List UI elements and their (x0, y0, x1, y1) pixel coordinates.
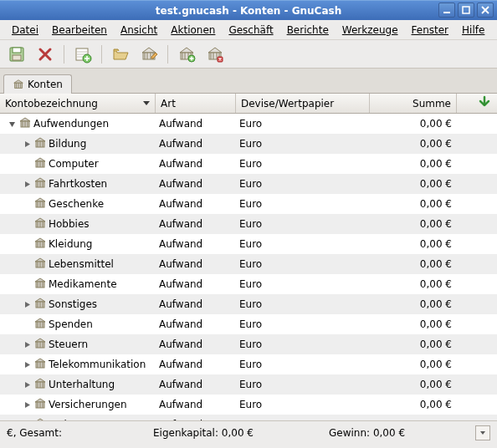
account-row[interactable]: UnterhaltungAufwandEuro0,00 € (0, 374, 497, 395)
account-row[interactable]: KleidungAufwandEuro0,00 € (0, 234, 497, 254)
bank-icon (33, 337, 47, 353)
toolbar-close-button[interactable] (33, 43, 57, 66)
menu-view[interactable]: Ansicht (114, 23, 164, 38)
account-row[interactable]: MedikamenteAufwandEuro0,00 € (0, 274, 497, 294)
menu-tools[interactable]: Werkzeuge (336, 23, 405, 38)
account-name-text: Computer (49, 158, 99, 170)
account-name-text: Spenden (49, 318, 93, 330)
cell-account-name: Computer (0, 156, 156, 172)
tree-expander[interactable] (22, 339, 32, 349)
account-row[interactable]: SteuernAufwandEuro0,00 € (0, 334, 497, 354)
account-row[interactable]: WohnenAufwandEuro0,00 € (0, 415, 497, 420)
menu-business[interactable]: Geschäft (222, 23, 279, 38)
cell-account-type: Aufwand (156, 419, 236, 420)
bank-icon (33, 237, 47, 252)
cell-account-currency: Euro (236, 158, 370, 170)
account-row[interactable]: AufwendungenAufwandEuro0,00 € (0, 114, 497, 134)
toolbar-new-bank-button[interactable] (175, 43, 198, 66)
bank-icon (33, 357, 47, 373)
status-profit: Gewinn: 0,00 € (329, 427, 475, 439)
cell-account-currency: Euro (236, 298, 370, 310)
account-name-text: Lebensmittel (49, 258, 114, 270)
account-name-text: Unterhaltung (49, 379, 115, 390)
column-header-type[interactable]: Art (156, 94, 236, 113)
column-header-name[interactable]: Kontobezeichnung (0, 94, 156, 113)
toolbar-delete-bank-button[interactable] (203, 43, 227, 66)
toolbar-open-button[interactable] (109, 43, 132, 66)
cell-account-currency: Euro (236, 198, 370, 210)
account-row[interactable]: FahrtkostenAufwandEuro0,00 € (0, 174, 497, 194)
window-minimize-button[interactable] (438, 3, 455, 18)
cell-account-name: Bildung (0, 136, 156, 152)
tree-expander[interactable] (7, 119, 17, 129)
cell-account-name: Steuern (0, 337, 156, 353)
cell-account-name: Hobbies (0, 216, 156, 232)
account-row[interactable]: HobbiesAufwandEuro0,00 € (0, 214, 497, 234)
account-row[interactable]: SonstigesAufwandEuro0,00 € (0, 294, 497, 314)
account-row[interactable]: GeschenkeAufwandEuro0,00 € (0, 194, 497, 214)
menu-windows[interactable]: Fenster (405, 23, 456, 38)
bank-icon (33, 136, 47, 152)
action-arrow-icon (477, 94, 492, 112)
bank-edit-icon (140, 45, 158, 64)
cell-account-sum: 0,00 € (370, 419, 457, 420)
toolbar-edit-account-button[interactable] (137, 43, 161, 66)
cell-account-currency: Euro (236, 178, 370, 190)
account-name-text: Telekommunikation (49, 359, 146, 370)
status-dropdown-button[interactable] (475, 425, 490, 440)
bank-icon (33, 317, 47, 333)
column-header-currency[interactable]: Devise/Wertpapier (236, 94, 370, 113)
bank-icon (33, 377, 47, 393)
column-header-action[interactable] (457, 94, 497, 113)
tree-expander[interactable] (22, 420, 32, 420)
menubar: Datei Bearbeiten Ansicht Aktionen Geschä… (0, 20, 497, 40)
menu-actions[interactable]: Aktionen (164, 23, 222, 38)
account-row[interactable]: LebensmittelAufwandEuro0,00 € (0, 254, 497, 274)
cell-account-type: Aufwand (156, 298, 236, 310)
cell-account-currency: Euro (236, 419, 370, 420)
window-close-button[interactable] (477, 3, 494, 18)
expander-spacer (22, 239, 32, 249)
account-row[interactable]: BildungAufwandEuro0,00 € (0, 134, 497, 154)
account-row[interactable]: SpendenAufwandEuro0,00 € (0, 314, 497, 334)
expander-spacer (22, 279, 32, 289)
account-name-text: Medikamente (49, 278, 117, 290)
maximize-icon (462, 6, 470, 14)
tree-expander[interactable] (22, 400, 32, 410)
tree-expander[interactable] (22, 359, 32, 369)
account-row[interactable]: VersicherungenAufwandEuro0,00 € (0, 395, 497, 415)
menu-reports[interactable]: Berichte (280, 23, 336, 38)
tree-expander[interactable] (22, 299, 32, 309)
tree-expander[interactable] (22, 179, 32, 189)
cell-account-type: Aufwand (156, 379, 236, 390)
toolbar-new-account-button[interactable] (71, 43, 95, 66)
tab-accounts[interactable]: Konten (3, 74, 72, 94)
cell-account-type: Aufwand (156, 359, 236, 370)
cell-account-sum: 0,00 € (370, 118, 457, 130)
cell-account-sum: 0,00 € (370, 278, 457, 290)
account-tree[interactable]: AufwendungenAufwandEuro0,00 €BildungAufw… (0, 114, 497, 420)
account-row[interactable]: TelekommunikationAufwandEuro0,00 € (0, 354, 497, 374)
menu-file[interactable]: Datei (5, 23, 45, 38)
cell-account-sum: 0,00 € (370, 138, 457, 150)
cell-account-sum: 0,00 € (370, 218, 457, 230)
cell-account-sum: 0,00 € (370, 198, 457, 210)
account-name-text: Kleidung (49, 238, 92, 250)
account-name-text: Versicherungen (49, 399, 127, 410)
bank-icon (33, 176, 47, 192)
cell-account-currency: Euro (236, 278, 370, 290)
menu-edit[interactable]: Bearbeiten (45, 23, 114, 38)
column-header-total[interactable]: Summe (370, 94, 457, 113)
cell-account-name: Telekommunikation (0, 357, 156, 373)
tree-expander[interactable] (22, 139, 32, 149)
window-maximize-button[interactable] (458, 3, 474, 18)
account-name-text: Aufwendungen (33, 118, 109, 130)
cell-account-currency: Euro (236, 359, 370, 370)
cell-account-type: Aufwand (156, 198, 236, 210)
menu-help[interactable]: Hilfe (455, 23, 491, 38)
cell-account-currency: Euro (236, 399, 370, 410)
toolbar-save-button[interactable] (5, 43, 28, 66)
toolbar-separator (167, 45, 168, 64)
tree-expander[interactable] (22, 379, 32, 389)
account-row[interactable]: ComputerAufwandEuro0,00 € (0, 154, 497, 174)
